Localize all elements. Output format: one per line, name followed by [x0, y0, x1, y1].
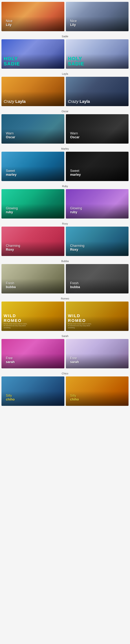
section-romeo: RomeoWILDROMEORoman never knows what he … [0, 295, 130, 333]
card[interactable]: WILDROMEORoman never knows what he wants… [66, 302, 129, 331]
card[interactable]: HOLYSADIE [66, 39, 129, 69]
card-label: Sweet marley [6, 169, 16, 177]
card[interactable]: Crazy Layla [1, 77, 64, 106]
card-row: Silly chihoSilly chiho [0, 376, 130, 406]
section-title: Layla [0, 72, 130, 75]
section-title: Bubba [0, 260, 130, 262]
section-oscar: OscarWarn OscarWarn Oscar [0, 108, 130, 146]
section-ruby: RubyGlowing rubyGlowing ruby [0, 183, 130, 220]
card-label: Free sarah [70, 356, 79, 364]
card-label: Nice Lily [70, 19, 77, 27]
card[interactable]: Fresh bubba [1, 264, 64, 294]
section-title: Romeo [0, 297, 130, 300]
card[interactable]: Nice Lily [66, 2, 129, 31]
card-row: Sweet marleySweet marley [0, 152, 130, 181]
card-label: Free sarah [6, 356, 15, 364]
card[interactable]: Nice Lily [1, 2, 64, 31]
card-label-wrap: Crazy Layla [4, 99, 26, 104]
card-row: WILDROMEORoman never knows what he wants… [0, 302, 130, 331]
section-title: Oscar [0, 110, 130, 113]
card[interactable]: Sweet marley [66, 152, 129, 181]
card-label: Glowing ruby [6, 206, 18, 214]
card[interactable]: Warn Oscar [66, 114, 129, 144]
section-marley: MarleySweet marleySweet marley [0, 146, 130, 183]
card-label: HOLYSADIE [4, 56, 20, 66]
card-label: HOLYSADIE [68, 56, 84, 66]
card-label: Sweet marley [70, 169, 81, 177]
card[interactable]: Charming Roxy [1, 226, 64, 256]
card-label-wrap: HOLYSADIE [68, 56, 84, 66]
card-label-wrap: WILDROMEORoman never knows what he wants… [68, 314, 92, 329]
section-sarah: SarahFree sarahFree sarah [0, 333, 130, 370]
card-row: HOLYSADIEHOLYSADIE [0, 39, 130, 69]
card-row: Crazy LaylaCrazy Layla [0, 77, 130, 106]
card-sublabel: Roman never knows what he wants, he seem… [68, 323, 92, 329]
page: Nice LilyNice LilySadieHOLYSADIEHOLYSADI… [0, 0, 130, 408]
section-title: Roxy [0, 222, 130, 225]
card[interactable]: Silly chiho [1, 376, 64, 406]
card-label: Warn Oscar [70, 132, 80, 139]
card-label: WILDROMEORoman never knows what he wants… [4, 314, 27, 329]
card[interactable]: HOLYSADIE [1, 39, 64, 69]
section-roxy: RoxyCharming RoxyCharming Roxy [0, 220, 130, 258]
section-title: Marley [0, 147, 130, 150]
card-label: Silly chiho [70, 394, 79, 402]
section-title: Sarah [0, 334, 130, 338]
card-label: Charming Roxy [70, 244, 85, 252]
card-label-wrap: WILDROMEORoman never knows what he wants… [4, 314, 27, 329]
card-label: Charming Roxy [6, 244, 20, 252]
card[interactable]: Warn Oscar [1, 114, 64, 144]
section-bubba: BubbaFresh bubbaFresh bubba [0, 258, 130, 295]
card-label: Glowing ruby [70, 206, 82, 214]
card-label-wrap: Crazy Layla [68, 99, 90, 104]
section-layla: LaylaCrazy LaylaCrazy Layla [0, 70, 130, 108]
card-label: Fresh bubba [6, 281, 16, 289]
card-label: Crazy Layla [4, 99, 26, 104]
section-title: Sadie [0, 35, 130, 38]
card[interactable]: WILDROMEORoman never knows what he wants… [1, 302, 64, 331]
card-label: WILDROMEORoman never knows what he wants… [68, 314, 92, 329]
card-label: Silly chiho [6, 394, 15, 402]
card[interactable]: Free sarah [1, 339, 64, 368]
card[interactable]: Sweet marley [1, 152, 64, 181]
card[interactable]: Fresh bubba [66, 264, 129, 294]
card[interactable]: Free sarah [66, 339, 129, 368]
card-row: Charming RoxyCharming Roxy [0, 226, 130, 256]
section-title: Chico [0, 372, 130, 375]
card[interactable]: Crazy Layla [66, 77, 129, 106]
card[interactable]: Silly chiho [66, 376, 129, 406]
card-row: Nice LilyNice Lily [0, 2, 130, 31]
section-chico: ChicoSilly chihoSilly chiho [0, 370, 130, 408]
card-row: Fresh bubbaFresh bubba [0, 264, 130, 294]
section-sadie: SadieHOLYSADIEHOLYSADIE [0, 33, 130, 70]
card-sublabel: Roman never knows what he wants, he seem… [4, 323, 27, 329]
section-title: Ruby [0, 185, 130, 188]
card-row: Glowing rubyGlowing ruby [0, 189, 130, 218]
card-row: Warn OscarWarn Oscar [0, 114, 130, 144]
card-label-wrap: HOLYSADIE [4, 56, 20, 66]
card[interactable]: Charming Roxy [66, 226, 129, 256]
card-label: Nice Lily [6, 19, 12, 27]
card[interactable]: Glowing ruby [1, 189, 64, 218]
card-label: Warn Oscar [6, 132, 15, 139]
card-label: Fresh bubba [70, 281, 80, 289]
card-label: Crazy Layla [68, 99, 90, 104]
card[interactable]: Glowing ruby [66, 189, 129, 218]
card-row: Free sarahFree sarah [0, 339, 130, 368]
section-lily: Nice LilyNice Lily [0, 0, 130, 33]
